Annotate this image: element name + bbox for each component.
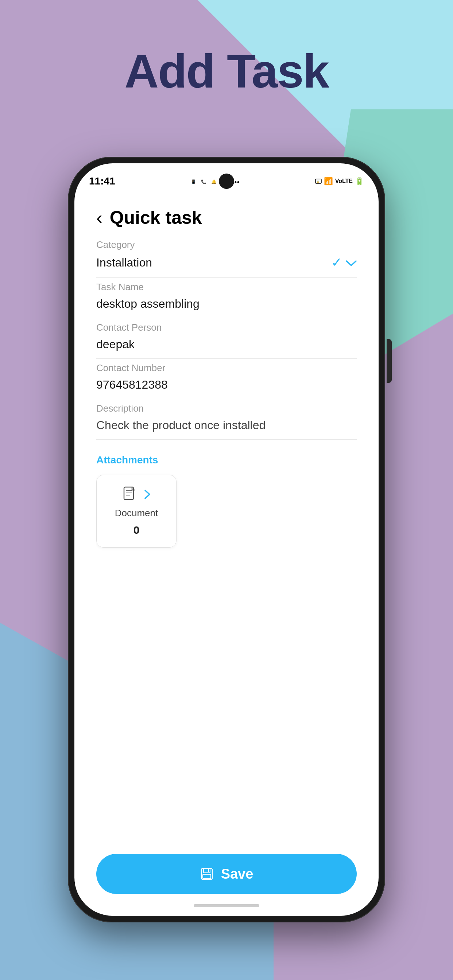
status-time: 11:41 bbox=[89, 175, 115, 187]
save-button-label: Save bbox=[221, 866, 254, 882]
document-card[interactable]: Document 0 bbox=[96, 475, 177, 547]
status-right: 🔒 📶 VoLTE 🔋 bbox=[315, 177, 364, 186]
save-icon bbox=[200, 867, 214, 881]
attachments-label: Attachments bbox=[96, 454, 357, 466]
save-button[interactable]: Save bbox=[96, 854, 357, 894]
svg-rect-11 bbox=[208, 869, 209, 872]
task-name-value: desktop assembling bbox=[96, 297, 357, 310]
doc-icons-row bbox=[122, 486, 151, 503]
svg-text:🔒: 🔒 bbox=[317, 180, 319, 183]
attachments-section: Attachments bbox=[96, 443, 357, 555]
side-button bbox=[387, 339, 392, 383]
arrow-right-icon bbox=[144, 489, 151, 500]
svg-rect-10 bbox=[203, 874, 211, 879]
chevron-down-icon[interactable]: ✓ bbox=[331, 255, 357, 270]
phone-screen: 11:41 📱 📞 🔔 📍 ●●● 🔒 📶 VoLTE 🔋 bbox=[74, 163, 379, 916]
contact-number-field[interactable]: Contact Number 97645812388 bbox=[96, 363, 357, 399]
app-header: ‹ Quick task bbox=[96, 200, 357, 239]
svg-text:📱: 📱 bbox=[191, 179, 196, 184]
description-label: Description bbox=[96, 403, 357, 414]
camera-hole bbox=[219, 173, 234, 189]
description-field[interactable]: Description Check the product once insta… bbox=[96, 403, 357, 440]
contact-person-field[interactable]: Contact Person deepak bbox=[96, 322, 357, 359]
svg-text:🔔: 🔔 bbox=[211, 179, 217, 184]
category-label: Category bbox=[96, 239, 357, 250]
category-value: Installation bbox=[96, 256, 152, 269]
contact-person-value: deepak bbox=[96, 337, 357, 351]
page-title: Add Task bbox=[0, 44, 453, 99]
phone-frame: 11:41 📱 📞 🔔 📍 ●●● 🔒 📶 VoLTE 🔋 bbox=[68, 157, 385, 923]
back-button[interactable]: ‹ bbox=[96, 207, 102, 228]
phone-outer: 11:41 📱 📞 🔔 📍 ●●● 🔒 📶 VoLTE 🔋 bbox=[68, 157, 385, 923]
task-name-label: Task Name bbox=[96, 282, 357, 293]
contact-number-label: Contact Number bbox=[96, 363, 357, 374]
form-section: Category Installation ✓ Task Nam bbox=[96, 239, 357, 846]
document-icon bbox=[122, 486, 138, 503]
document-label: Document bbox=[115, 508, 158, 519]
contact-person-label: Contact Person bbox=[96, 322, 357, 333]
description-value: Check the product once installed bbox=[96, 418, 357, 432]
screen-title: Quick task bbox=[110, 207, 202, 228]
task-name-field[interactable]: Task Name desktop assembling bbox=[96, 282, 357, 318]
svg-text:📞: 📞 bbox=[201, 179, 206, 184]
contact-number-value: 97645812388 bbox=[96, 378, 357, 391]
app-content: ‹ Quick task Category Installation ✓ bbox=[74, 192, 379, 916]
home-indicator bbox=[194, 904, 259, 907]
category-field[interactable]: Category Installation ✓ bbox=[96, 239, 357, 278]
save-btn-container: Save bbox=[96, 846, 357, 908]
category-row[interactable]: Installation ✓ bbox=[96, 255, 357, 270]
document-count: 0 bbox=[134, 524, 140, 536]
